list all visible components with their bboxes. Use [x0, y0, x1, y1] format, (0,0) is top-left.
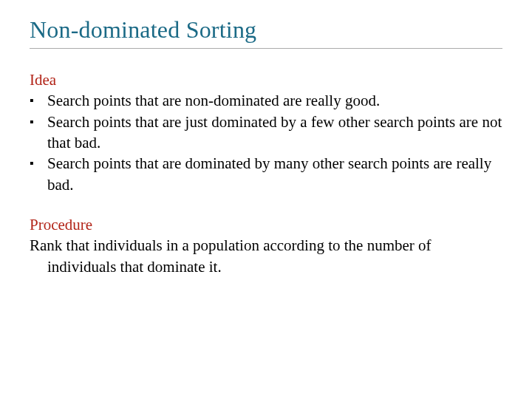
idea-label: Idea	[30, 69, 502, 90]
slide-title: Non-dominated Sorting	[30, 16, 502, 44]
idea-bullet: Search points that are just dominated by…	[47, 112, 502, 154]
idea-bullet: Search points that are non-dominated are…	[47, 90, 502, 111]
idea-bullet-list: Search points that are non-dominated are…	[30, 90, 502, 195]
idea-bullet: Search points that are dominated by many…	[47, 153, 502, 195]
slide: Non-dominated Sorting Idea Search points…	[0, 0, 532, 399]
procedure-label: Procedure	[30, 214, 502, 235]
title-divider	[30, 48, 502, 49]
procedure-text: Rank that individuals in a population ac…	[30, 235, 502, 277]
